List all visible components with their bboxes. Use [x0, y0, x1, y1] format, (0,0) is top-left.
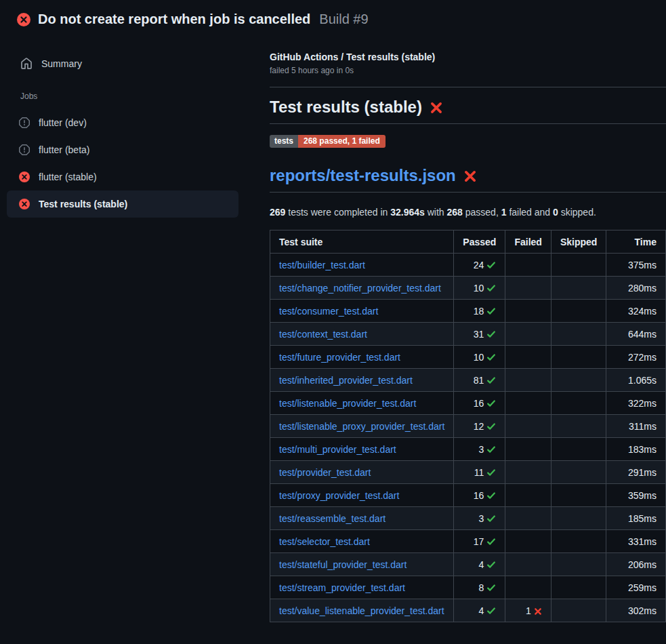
badge-value: 268 passed, 1 failed	[298, 135, 386, 148]
count-value: 4	[479, 605, 484, 616]
divider	[270, 87, 666, 87]
test-suite-link[interactable]: test/builder_test.dart	[279, 260, 365, 270]
check-icon	[486, 537, 496, 546]
time-cell: 291ms	[606, 461, 666, 484]
time-cell: 331ms	[606, 530, 666, 553]
time-cell: 644ms	[606, 323, 666, 346]
count-value: 18	[474, 306, 484, 317]
jobs-list: flutter (dev)flutter (beta)flutter (stab…	[7, 109, 238, 218]
failed-cell	[505, 415, 551, 438]
sidebar-job-item[interactable]: flutter (stable)	[7, 163, 238, 190]
skipped-cell	[551, 438, 606, 461]
count-value: 1	[526, 605, 531, 616]
stop-icon	[19, 117, 30, 128]
test-suite-link[interactable]: test/change_notifier_provider_test.dart	[279, 283, 441, 294]
cross-mark-icon	[430, 101, 443, 115]
check-icon	[486, 306, 496, 316]
time-cell: 359ms	[606, 484, 666, 507]
sidebar-job-item[interactable]: flutter (dev)	[7, 109, 238, 136]
table-row: test/provider_test.dart11291ms	[270, 461, 666, 484]
summary-duration: 32.964s	[390, 207, 425, 218]
job-label: flutter (beta)	[39, 144, 89, 155]
passed-cell: 8	[454, 576, 505, 599]
check-icon	[486, 468, 496, 477]
summary-failed: 1	[501, 207, 507, 218]
check-icon	[486, 514, 496, 523]
check-icon	[486, 260, 496, 270]
table-row: test/value_listenable_provider_test.dart…	[270, 599, 666, 622]
check-run-header: Do not create report when job is cancell…	[0, 0, 666, 27]
test-suite-link[interactable]: test/proxy_provider_test.dart	[279, 490, 399, 501]
suite-cell: test/stream_provider_test.dart	[270, 576, 454, 599]
report-heading[interactable]: reports/test-results.json	[270, 166, 666, 193]
time-cell: 206ms	[606, 553, 666, 576]
skipped-cell	[551, 484, 606, 507]
table-row: test/reassemble_test.dart3185ms	[270, 507, 666, 530]
suite-cell: test/selector_test.dart	[270, 530, 454, 553]
table-row: test/proxy_provider_test.dart16359ms	[270, 484, 666, 507]
failed-cell: 1	[505, 599, 551, 622]
count-value: 11	[474, 467, 484, 478]
count-value: 16	[474, 398, 484, 409]
failed-cell	[505, 254, 551, 277]
skipped-cell	[551, 530, 606, 553]
count-value: 8	[479, 582, 484, 593]
test-suite-link[interactable]: test/inherited_provider_test.dart	[279, 375, 413, 386]
test-suite-link[interactable]: test/provider_test.dart	[279, 467, 371, 478]
count-value: 3	[479, 513, 484, 524]
test-suite-link[interactable]: test/context_test.dart	[279, 329, 367, 340]
skipped-cell	[551, 300, 606, 323]
test-suite-link[interactable]: test/value_listenable_provider_test.dart	[279, 605, 444, 616]
time-cell: 272ms	[606, 346, 666, 369]
test-suite-link[interactable]: test/selector_test.dart	[279, 536, 370, 547]
home-icon	[20, 58, 33, 70]
passed-cell: 4	[454, 599, 505, 622]
test-suite-link[interactable]: test/listenable_proxy_provider_test.dart	[279, 421, 444, 432]
stop-icon	[19, 144, 30, 155]
test-suite-link[interactable]: test/stream_provider_test.dart	[279, 582, 405, 593]
summary-passed: 268	[447, 207, 463, 218]
passed-cell: 10	[454, 346, 505, 369]
main-content: GitHub Actions / Test results (stable) f…	[270, 52, 666, 622]
sidebar-job-item[interactable]: Test results (stable)	[7, 190, 238, 218]
time-cell: 322ms	[606, 392, 666, 415]
time-cell: 1.065s	[606, 369, 666, 392]
skipped-cell	[551, 369, 606, 392]
sidebar-job-item[interactable]: flutter (beta)	[7, 136, 238, 163]
sidebar-item-summary[interactable]: Summary	[7, 52, 238, 76]
column-header: Test suite	[270, 230, 454, 254]
check-icon	[486, 283, 496, 293]
passed-cell: 11	[454, 461, 505, 484]
passed-cell: 4	[454, 553, 505, 576]
passed-cell: 81	[454, 369, 505, 392]
failed-x-circle-icon	[17, 13, 29, 25]
test-suite-link[interactable]: test/future_provider_test.dart	[279, 352, 400, 363]
skipped-cell	[551, 254, 606, 277]
suite-cell: test/context_test.dart	[270, 323, 454, 346]
test-suite-link[interactable]: test/multi_provider_test.dart	[279, 444, 396, 455]
table-header-row: Test suitePassedFailedSkippedTime	[270, 230, 666, 254]
test-suite-link[interactable]: test/reassemble_test.dart	[279, 513, 386, 524]
report-link[interactable]: reports/test-results.json	[270, 166, 456, 185]
count-value: 10	[474, 283, 484, 294]
summary-total: 269	[270, 207, 285, 218]
skipped-cell	[551, 553, 606, 576]
cross-mark-icon	[463, 169, 477, 183]
test-suite-link[interactable]: test/stateful_provider_test.dart	[279, 559, 407, 570]
skipped-cell	[551, 599, 606, 622]
skipped-cell	[551, 415, 606, 438]
failed-cell	[505, 392, 551, 415]
suite-cell: test/multi_provider_test.dart	[270, 438, 454, 461]
check-icon	[486, 560, 496, 569]
suite-cell: test/future_provider_test.dart	[270, 346, 454, 369]
count-value: 4	[479, 559, 484, 570]
failed-cell	[505, 438, 551, 461]
time-cell: 311ms	[606, 415, 666, 438]
time-cell: 183ms	[606, 438, 666, 461]
column-header: Time	[606, 230, 666, 254]
test-suite-link[interactable]: test/listenable_provider_test.dart	[279, 398, 416, 409]
count-value: 31	[474, 329, 484, 340]
suite-cell: test/value_listenable_provider_test.dart	[270, 599, 454, 622]
time-cell: 280ms	[606, 277, 666, 300]
test-suite-link[interactable]: test/consumer_test.dart	[279, 306, 378, 317]
